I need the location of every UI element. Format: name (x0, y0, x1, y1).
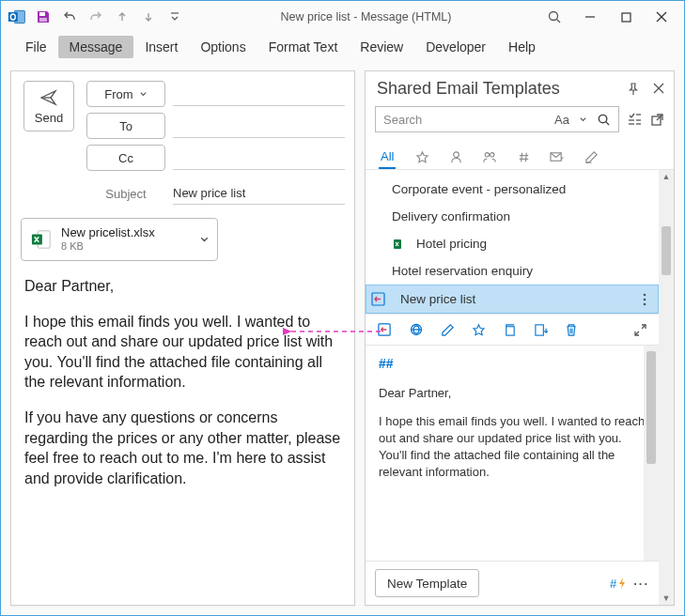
panel-title: Shared Email Templates (377, 79, 560, 99)
tab-review[interactable]: Review (349, 36, 414, 58)
svg-line-32 (522, 153, 522, 162)
excel-icon (392, 237, 407, 252)
redo-icon[interactable] (84, 5, 108, 29)
cc-field[interactable] (173, 146, 345, 170)
tab-developer[interactable]: Developer (414, 36, 497, 58)
up-icon[interactable] (110, 5, 134, 29)
people-icon[interactable] (482, 150, 497, 165)
new-template-button[interactable]: New Template (375, 569, 479, 597)
close-panel-icon[interactable] (653, 83, 664, 96)
template-item[interactable]: Hotel reservation enquiry (366, 257, 659, 285)
attachment-chip[interactable]: New pricelist.xlsx 8 KB (21, 218, 218, 261)
svg-point-39 (644, 298, 646, 300)
tab-options[interactable]: Options (189, 36, 257, 58)
template-list: Corporate event - personalized Delivery … (366, 170, 659, 314)
insert-icon[interactable] (370, 291, 387, 308)
search-input[interactable]: Search Aa (375, 106, 619, 132)
scrollbar[interactable] (644, 346, 659, 561)
preview-body: I hope this email finds you well. I want… (379, 413, 646, 482)
svg-point-38 (644, 293, 646, 296)
svg-rect-45 (536, 324, 543, 334)
message-body[interactable]: Dear Partner, I hope this email finds yo… (11, 261, 354, 518)
template-preview: ## Dear Partner, I hope this email finds… (366, 346, 659, 561)
action-favorite-icon[interactable] (472, 323, 486, 337)
action-delete-icon[interactable] (565, 323, 578, 337)
down-icon[interactable] (136, 5, 161, 29)
from-button[interactable]: From (86, 81, 165, 107)
svg-rect-4 (39, 18, 47, 22)
svg-point-6 (550, 12, 558, 21)
svg-line-7 (557, 20, 561, 23)
minimize-icon[interactable] (581, 8, 599, 26)
edit-icon[interactable] (584, 150, 599, 165)
expand-icon[interactable] (633, 323, 647, 337)
template-item[interactable]: Delivery confirmation (366, 203, 659, 230)
svg-point-29 (490, 153, 494, 157)
svg-point-28 (486, 153, 490, 157)
hash-icon[interactable] (516, 150, 531, 165)
svg-line-33 (525, 153, 526, 162)
to-button[interactable]: To (86, 113, 165, 139)
attachment-info: New pricelist.xlsx 8 KB (61, 226, 192, 253)
filter-all[interactable]: All (379, 146, 396, 169)
action-copy-icon[interactable] (503, 323, 517, 337)
tab-help[interactable]: Help (497, 36, 547, 58)
save-icon[interactable] (31, 5, 55, 29)
open-external-icon[interactable] (650, 113, 664, 127)
more-icon[interactable]: ··· (633, 577, 649, 591)
undo-icon[interactable] (57, 5, 82, 29)
manage-icon[interactable] (627, 112, 643, 128)
title-bar: New price list - Message (HTML) (1, 1, 684, 33)
greeting: Dear Partner, (24, 276, 341, 297)
search-icon[interactable] (545, 8, 564, 26)
send-label: Send (35, 111, 63, 125)
hash-shortcut-icon[interactable]: # (610, 577, 626, 591)
star-icon[interactable] (414, 150, 429, 165)
svg-line-19 (606, 121, 609, 124)
person-icon[interactable] (448, 150, 463, 165)
pin-icon[interactable] (627, 83, 640, 96)
subject-field[interactable]: New price list (173, 182, 345, 205)
panel-footer: New Template # ··· (366, 561, 659, 605)
preview-marker: ## (379, 355, 646, 374)
mail-icon[interactable] (550, 150, 565, 165)
maximize-icon[interactable] (616, 8, 635, 26)
body-paragraph: I hope this email finds you well. I want… (24, 312, 341, 393)
action-insert-icon[interactable] (377, 322, 392, 337)
template-item[interactable]: Hotel pricing (366, 230, 659, 257)
search-placeholder: Search (383, 113, 422, 127)
outlook-icon (5, 5, 29, 29)
body-paragraph: If you have any questions or concerns re… (24, 408, 341, 488)
chevron-down-icon[interactable] (199, 235, 210, 245)
close-icon[interactable] (652, 8, 671, 26)
content-area: Send From To (1, 61, 684, 615)
from-field[interactable] (173, 82, 345, 106)
more-icon[interactable] (643, 293, 648, 306)
action-import-icon[interactable] (534, 323, 548, 337)
qat-dropdown-icon[interactable] (163, 5, 187, 29)
match-case-label[interactable]: Aa (554, 113, 569, 127)
tab-format-text[interactable]: Format Text (257, 36, 350, 58)
chevron-down-icon[interactable] (579, 116, 587, 124)
ribbon-tabs: File Message Insert Options Format Text … (1, 33, 684, 61)
scrollbar[interactable]: ▲ ▼ (659, 170, 674, 605)
svg-point-18 (599, 115, 606, 122)
svg-point-27 (454, 152, 459, 158)
send-button[interactable]: Send (23, 81, 74, 131)
to-field[interactable] (173, 114, 345, 138)
svg-rect-44 (506, 326, 514, 334)
tab-insert[interactable]: Insert (133, 36, 189, 58)
template-item-selected[interactable]: New price list (366, 285, 659, 314)
window-title: New price list - Message (HTML) (187, 10, 545, 23)
svg-point-40 (644, 302, 646, 305)
compose-panel: Send From To (10, 70, 355, 606)
search-icon[interactable] (597, 113, 611, 127)
outlook-window: New price list - Message (HTML) File Mes… (0, 0, 685, 616)
tab-file[interactable]: File (14, 36, 58, 58)
cc-button[interactable]: Cc (86, 145, 165, 171)
action-edit-icon[interactable] (441, 323, 455, 337)
template-item[interactable]: Corporate event - personalized (366, 176, 659, 203)
window-controls (545, 8, 680, 26)
action-link-icon[interactable] (409, 322, 424, 337)
tab-message[interactable]: Message (58, 36, 134, 58)
